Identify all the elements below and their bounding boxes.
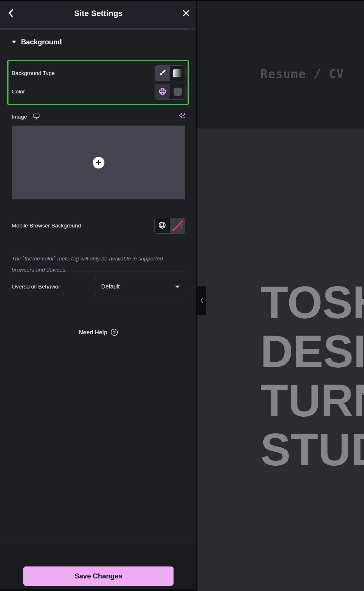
window-top-border xyxy=(0,0,364,1)
close-button[interactable] xyxy=(182,9,190,18)
gradient-background-button[interactable] xyxy=(170,66,185,81)
brush-icon xyxy=(159,69,166,77)
desktop-monitor-icon xyxy=(33,113,40,121)
panel-title: Site Settings xyxy=(0,9,197,18)
need-help-label: Need Help xyxy=(79,329,108,336)
mobile-browser-background-label: Mobile Browser Background xyxy=(12,223,81,229)
collapse-chevron-icon xyxy=(200,298,204,304)
mobile-background-toggle xyxy=(154,218,185,234)
ai-sparkle-button[interactable] xyxy=(178,112,187,122)
classic-background-button[interactable] xyxy=(155,66,170,81)
overscroll-behavior-label: Overscroll Behavior xyxy=(12,284,60,290)
color-swatch-button[interactable] xyxy=(170,84,185,99)
back-chevron-icon xyxy=(7,9,15,18)
divider xyxy=(12,272,185,272)
panel-collapse-handle[interactable] xyxy=(197,286,206,315)
image-upload-placeholder[interactable] xyxy=(12,126,185,199)
globe-icon xyxy=(158,87,167,96)
background-type-label: Background Type xyxy=(12,70,55,77)
elementor-editor: Site Settings Background Background Type xyxy=(0,0,364,591)
panel-header: Site Settings xyxy=(0,0,197,27)
device-visibility-button[interactable] xyxy=(33,113,40,121)
highlighted-controls-group: Background Type xyxy=(7,60,189,105)
preview-hero-section: TOSH DESIG TURN STUD xyxy=(197,128,364,591)
panel-footer: Save Changes xyxy=(0,544,197,591)
gradient-swatch-icon xyxy=(173,69,182,77)
background-type-toggle xyxy=(155,65,186,81)
globe-icon xyxy=(158,221,166,230)
selected-option: Default xyxy=(101,283,120,290)
section-title: Background xyxy=(21,38,62,46)
header-divider-strip xyxy=(0,28,197,30)
background-type-row: Background Type xyxy=(12,65,186,81)
plus-icon xyxy=(96,160,102,166)
color-toggle xyxy=(155,84,186,100)
mobile-browser-background-row: Mobile Browser Background xyxy=(12,218,185,234)
preview-nav-link: Resume / CV xyxy=(260,67,344,81)
overscroll-behavior-select[interactable]: Default xyxy=(95,277,185,296)
need-help-link[interactable]: Need Help ? xyxy=(0,328,197,336)
dropdown-caret-icon xyxy=(175,286,180,288)
site-settings-panel: Site Settings Background Background Type xyxy=(0,0,197,591)
panel-bottom-edge xyxy=(0,589,197,591)
theme-color-note: The `theme-color` meta tag will only be … xyxy=(12,253,173,275)
ai-sparkle-icon xyxy=(178,112,187,122)
divider-strip-left xyxy=(0,28,188,30)
divider xyxy=(12,210,185,210)
hero-line: TURN xyxy=(260,376,364,425)
add-image-button[interactable] xyxy=(93,157,104,168)
no-color-swatch xyxy=(173,221,182,230)
mobile-global-color-button[interactable] xyxy=(155,218,170,233)
red-slash-icon xyxy=(172,220,184,232)
image-row: Image xyxy=(12,112,187,122)
close-icon xyxy=(182,9,190,18)
save-changes-button[interactable]: Save Changes xyxy=(23,566,174,586)
image-label: Image xyxy=(12,114,27,120)
divider-strip-right xyxy=(188,28,197,30)
overscroll-behavior-row: Overscroll Behavior Default xyxy=(12,277,185,296)
mobile-color-none-button[interactable] xyxy=(170,218,185,233)
hero-line: TOSH xyxy=(260,278,364,327)
hero-line: STUD xyxy=(260,425,364,474)
hero-heading: TOSH DESIG TURN STUD xyxy=(260,278,364,474)
background-section-toggle[interactable]: Background xyxy=(12,38,62,46)
color-label: Color xyxy=(12,88,25,95)
global-color-button[interactable] xyxy=(155,84,170,99)
color-row: Color xyxy=(12,84,186,100)
site-preview: Resume / CV TOSH DESIG TURN STUD xyxy=(197,0,364,591)
back-button[interactable] xyxy=(7,9,15,18)
help-question-icon: ? xyxy=(111,329,118,336)
section-caret-icon xyxy=(12,41,16,44)
hero-line: DESIG xyxy=(260,327,364,376)
color-swatch xyxy=(174,88,182,96)
